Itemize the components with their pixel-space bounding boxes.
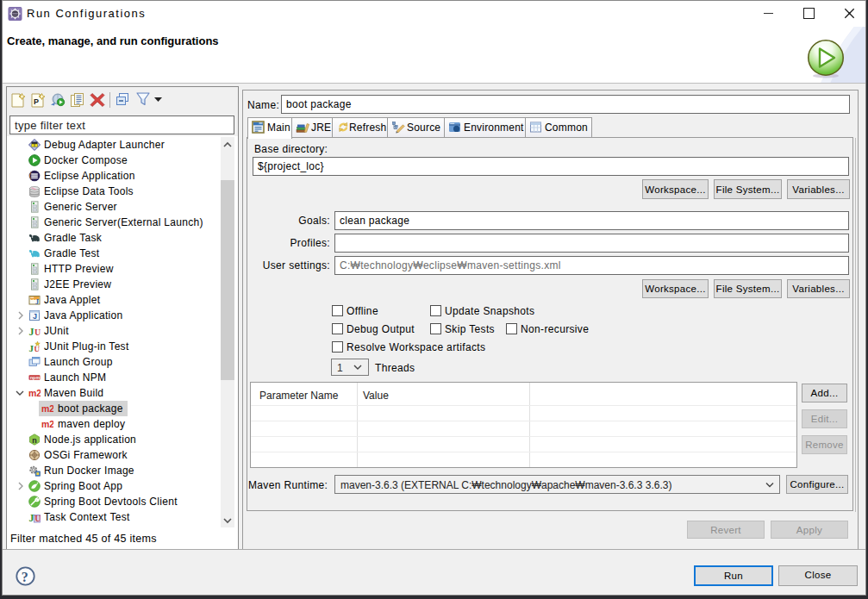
svg-text:n: n: [32, 436, 37, 445]
svg-text:J: J: [33, 312, 37, 321]
svg-text:J: J: [29, 512, 34, 524]
svg-text:?: ?: [22, 570, 28, 584]
svg-text:m2: m2: [28, 388, 41, 398]
svg-text:J: J: [29, 326, 34, 338]
svg-text:m2: m2: [41, 419, 53, 429]
svg-text:J: J: [35, 298, 39, 306]
svg-text:P: P: [34, 97, 39, 106]
svg-text:U: U: [34, 345, 41, 353]
svg-text:m2: m2: [41, 403, 53, 414]
svg-text:U: U: [34, 328, 41, 337]
svg-text:U: U: [34, 514, 41, 523]
svg-text:npm: npm: [30, 375, 41, 380]
